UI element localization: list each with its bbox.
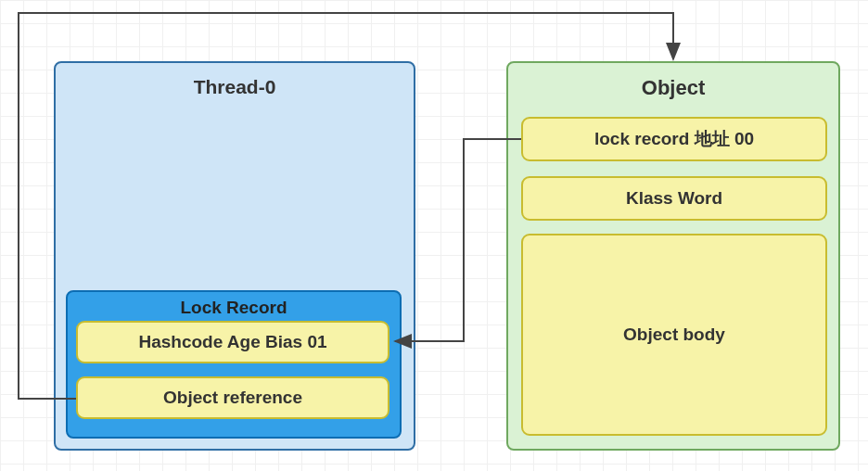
object-reference-pill: Object reference [76, 376, 389, 419]
object-body-label: Object body [623, 325, 725, 345]
lock-address-pill: lock record 地址 00 [521, 117, 827, 161]
object-body-box: Object body [521, 234, 827, 436]
lock-address-label: lock record 地址 00 [594, 127, 754, 151]
hashcode-label: Hashcode Age Bias 01 [138, 332, 326, 352]
klass-word-pill: Klass Word [521, 176, 827, 221]
lock-record-title: Lock Record [68, 292, 400, 318]
object-title: Object [508, 63, 838, 100]
thread-title: Thread-0 [56, 63, 414, 98]
hashcode-pill: Hashcode Age Bias 01 [76, 321, 389, 363]
klass-word-label: Klass Word [626, 188, 722, 209]
object-reference-label: Object reference [163, 388, 302, 408]
